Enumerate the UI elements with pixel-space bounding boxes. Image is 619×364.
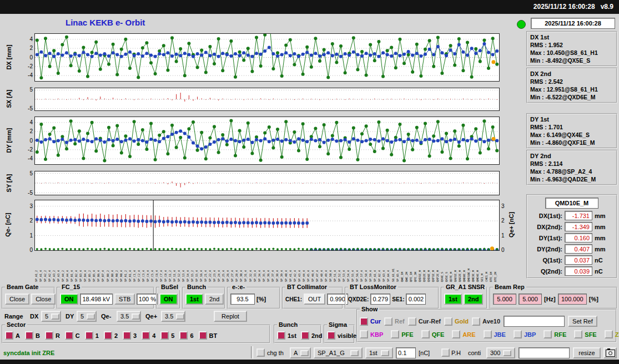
stat-header: DX 1st [530, 34, 613, 41]
show-gold-checkbox[interactable] [444, 317, 452, 326]
show-qfe-checkbox[interactable] [421, 330, 430, 338]
che1-out-button[interactable]: OUT [304, 294, 325, 305]
sigma-visible-checkbox[interactable] [327, 331, 335, 340]
sector-b-item: B [25, 331, 40, 340]
bpm-label: QXF1E_M [431, 251, 436, 282]
range-qem-select[interactable]: 3.5 [117, 311, 141, 322]
sector-c-checkbox[interactable] [65, 331, 73, 340]
bpm-label: SP_C1_4 [133, 251, 137, 282]
bunch-2nd-checkbox[interactable] [301, 331, 309, 340]
show-zre-checkbox[interactable] [605, 330, 613, 338]
bpm-label: QMD8E_M [462, 251, 467, 282]
qe-minus-axis-label: Qe- [nC] [4, 213, 11, 236]
y-tick-label: -2 [28, 64, 33, 69]
snapshot-button[interactable] [603, 347, 617, 358]
chart-charge[interactable]: 01230123 [34, 200, 500, 251]
sector-c-label: C [76, 332, 80, 339]
chg-th-checkbox[interactable] [256, 348, 265, 357]
sector-a-checkbox[interactable] [5, 331, 13, 340]
resize-button[interactable]: resize [573, 347, 601, 358]
bpm-label: SP_54_4 [346, 251, 351, 282]
bunch-2nd-button[interactable]: 2nd [205, 294, 224, 305]
show-kbp-checkbox[interactable] [360, 330, 368, 338]
bpm-label: SP_C8_4 [164, 251, 168, 282]
sector-4-item: 4 [142, 331, 155, 340]
bunch-select[interactable]: 1st [365, 347, 393, 358]
bunch-1st-button[interactable]: 1st [185, 294, 203, 305]
show-are-checkbox[interactable] [452, 330, 460, 338]
threshold-input[interactable] [396, 347, 416, 358]
snsr-2nd-button[interactable]: 2nd [464, 294, 484, 305]
sigma-visible-item: visible [327, 331, 356, 340]
dropdown-mark-icon [176, 314, 184, 320]
show-cur-checkbox[interactable] [360, 317, 368, 326]
monitor-row: Q(1st): 0.037 nC [530, 255, 613, 265]
conti-rate-select[interactable]: 300 [486, 347, 515, 358]
replot-button[interactable]: Replot [214, 311, 247, 322]
monitor-row-value: -1.731 [565, 211, 592, 220]
show-rfe-checkbox[interactable] [543, 330, 552, 338]
monitor-row-value: 0.160 [565, 233, 592, 242]
range-dy-select[interactable]: 5 [77, 311, 97, 322]
range-qep-select[interactable]: 3.5 [161, 311, 185, 322]
fc15-stb-button[interactable]: STB [114, 294, 135, 305]
show-jbp-checkbox[interactable] [514, 330, 522, 338]
bpm-label: CHE1_M [485, 251, 489, 282]
snsr-1st-button[interactable]: 1st [444, 294, 462, 305]
sector-3-checkbox[interactable] [123, 331, 131, 340]
busel-group: BuSel ON [156, 287, 180, 309]
range-dx-value: 5 [45, 313, 48, 320]
bpm-label: SP_42_4 [293, 251, 298, 282]
sector-title: Sector [5, 321, 27, 328]
bpm-label: SP_B8_2 [106, 251, 110, 282]
conti-extra-input[interactable] [519, 347, 570, 358]
show-cur-ref-checkbox[interactable] [408, 317, 416, 326]
show-pfe-label: PFE [401, 331, 413, 338]
sector-1-checkbox[interactable] [85, 331, 93, 340]
chart-dy-orbit[interactable]: 420-2-4 [34, 117, 500, 165]
chart-dx-orbit[interactable]: 420-2-4 [34, 33, 500, 82]
sector-r-checkbox[interactable] [45, 331, 53, 340]
ph-checkbox[interactable] [441, 348, 450, 357]
sector-b-checkbox[interactable] [25, 331, 33, 340]
sx-axis-label: SX [A] [6, 90, 12, 108]
titlebar-datetime: 2025/11/12 16:00:28 [534, 3, 595, 11]
show-jbe-checkbox[interactable] [484, 330, 492, 338]
dropdown-mark-icon [132, 314, 140, 320]
sector-5-checkbox[interactable] [160, 331, 169, 340]
bunch-1st-checkbox[interactable] [277, 331, 285, 340]
show-ref-checkbox[interactable] [384, 317, 392, 326]
bpm-label: SP_41_4 [289, 251, 293, 282]
show-title: Show [360, 306, 379, 312]
sector-4-checkbox[interactable] [142, 331, 150, 340]
show-sfe-checkbox[interactable] [574, 330, 582, 338]
bpm-label: QXD6E_M [427, 251, 431, 282]
busel-on-button[interactable]: ON [159, 294, 178, 305]
ph-label: P.H [451, 350, 461, 356]
ee-ratio-unit: [%] [256, 296, 266, 302]
conti-label: conti [468, 350, 481, 356]
chart-sy-steering[interactable]: 5-5 [34, 171, 500, 195]
set-ref-button[interactable]: Set Ref [568, 316, 597, 327]
sector-6-checkbox[interactable] [179, 331, 188, 340]
sector-2-checkbox[interactable] [104, 331, 112, 340]
ref-file-input[interactable] [504, 316, 565, 327]
sector-6-item: 6 [179, 331, 193, 340]
beam-gate-close-button-1[interactable]: Close [5, 294, 29, 305]
bpm-label: SP_48_4 [320, 251, 324, 282]
y-tick-label: 5 [29, 87, 33, 93]
y-tick-label: 2 [29, 129, 33, 134]
sector-bt-checkbox[interactable] [199, 331, 207, 340]
fc15-on-button[interactable]: ON [60, 294, 78, 305]
show-cur-item: Cur [360, 317, 381, 326]
show-pfe-checkbox[interactable] [391, 330, 399, 338]
monitor-select[interactable]: SP_A1_G [314, 347, 363, 358]
bpm-label: SP_12_4 [177, 251, 182, 282]
range-dx-select[interactable]: 5 [41, 311, 61, 322]
beam-gate-close-button-2[interactable]: Close [31, 294, 56, 305]
monitor-row: DY(2nd): 0.407 mm [530, 244, 613, 254]
chart-sx-steering[interactable]: 5-5 [34, 88, 500, 111]
sector-select[interactable]: A [290, 347, 311, 358]
bt-lossmonitor-title: BT LossMonitor [348, 284, 398, 290]
show-ave10-checkbox[interactable] [472, 317, 480, 326]
